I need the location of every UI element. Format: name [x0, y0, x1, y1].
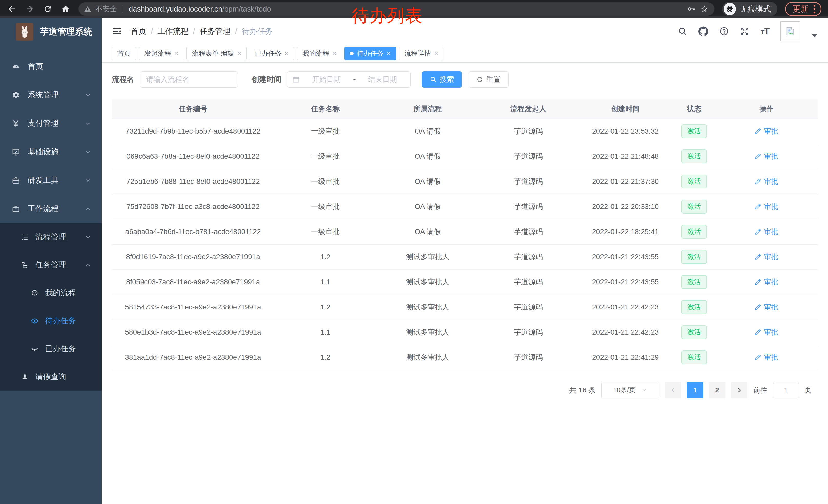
- starter-cell: 芋道源码: [479, 144, 578, 169]
- starter-cell: 芋道源码: [479, 169, 578, 194]
- avatar-caret-icon[interactable]: [812, 34, 818, 37]
- page-1-button[interactable]: 1: [687, 382, 703, 398]
- sidebar-item-my-process[interactable]: 我的流程: [0, 279, 101, 307]
- app-logo-row[interactable]: 芋道管理系统: [0, 18, 101, 46]
- approve-link[interactable]: 审批: [755, 126, 778, 136]
- col-status: 状态: [673, 99, 715, 119]
- approve-link[interactable]: 审批: [755, 302, 778, 312]
- prev-page-button[interactable]: [665, 382, 681, 398]
- search-icon: [430, 76, 437, 83]
- sidebar-item-payment[interactable]: 支付管理: [0, 109, 101, 138]
- close-icon[interactable]: ×: [174, 49, 178, 57]
- close-icon[interactable]: ×: [237, 49, 241, 57]
- chevron-left-icon: [670, 387, 676, 394]
- approve-link[interactable]: 审批: [755, 277, 778, 287]
- tab-start-process[interactable]: 发起流程×: [139, 47, 183, 60]
- password-key-icon[interactable]: [687, 5, 696, 13]
- avatar[interactable]: [780, 21, 800, 41]
- process-name-input[interactable]: [140, 71, 238, 88]
- home-icon[interactable]: [60, 4, 71, 14]
- status-badge: 激活: [681, 175, 707, 188]
- tab-my-process[interactable]: 我的流程×: [297, 47, 341, 60]
- browser-menu-icon[interactable]: [814, 5, 816, 13]
- url-text[interactable]: dashboard.yudao.iocoder.cn/bpm/task/todo: [129, 5, 271, 13]
- reset-button[interactable]: 重置: [469, 71, 509, 88]
- status-cell: 激活: [673, 320, 715, 345]
- update-button[interactable]: 更新: [785, 2, 821, 16]
- approve-link[interactable]: 审批: [755, 151, 778, 161]
- page-size-select[interactable]: 10条/页: [601, 382, 659, 398]
- approve-link[interactable]: 审批: [755, 177, 778, 186]
- search-button[interactable]: 搜索: [422, 71, 462, 88]
- breadcrumb-task-mgmt[interactable]: 任务管理: [200, 26, 231, 37]
- table-row: 580e1b3d-7ac8-11ec-a9e2-a2380e71991a 1.1…: [112, 320, 818, 345]
- sidebar-item-done-tasks[interactable]: 已办任务: [0, 335, 101, 363]
- edit-icon: [755, 254, 761, 260]
- tab-home[interactable]: 首页: [112, 47, 136, 60]
- tab-form-edit[interactable]: 流程表单-编辑×: [187, 47, 247, 60]
- sidebar-item-devtools[interactable]: 研发工具: [0, 166, 101, 194]
- goto-page-input[interactable]: [773, 382, 799, 398]
- table-row: 725a1eb6-7b88-11ec-8ef0-acde48001122 一级审…: [112, 169, 818, 194]
- font-size-icon[interactable]: тT: [760, 27, 769, 36]
- col-task-name: 任务名称: [274, 99, 377, 119]
- security-label[interactable]: 不安全: [95, 4, 117, 14]
- fullscreen-icon[interactable]: [740, 27, 749, 36]
- task-id-cell: 75d72608-7b7f-11ec-a3c8-acde48001122: [112, 194, 274, 219]
- bookmark-star-icon[interactable]: [700, 5, 709, 13]
- approve-link[interactable]: 审批: [755, 327, 778, 337]
- approve-link[interactable]: 审批: [755, 252, 778, 262]
- page-2-button[interactable]: 2: [709, 382, 726, 398]
- edit-icon: [755, 279, 761, 285]
- task-name-cell: 1.1: [274, 269, 377, 294]
- close-icon[interactable]: ×: [285, 49, 289, 57]
- tab-done-tasks[interactable]: 已办任务×: [250, 47, 294, 60]
- search-icon[interactable]: [678, 27, 687, 36]
- refresh-icon: [477, 76, 483, 83]
- back-icon[interactable]: [7, 4, 17, 14]
- tab-process-detail[interactable]: 流程详情×: [399, 47, 444, 60]
- app-title: 芋道管理系统: [40, 26, 92, 38]
- create-time-cell: 2022-01-21 22:42:23: [578, 294, 673, 320]
- collapse-sidebar-icon[interactable]: [112, 26, 122, 36]
- status-cell: 激活: [673, 194, 715, 219]
- table-row: 58154733-7ac8-11ec-a9e2-a2380e71991a 1.2…: [112, 294, 818, 320]
- process-cell: 测试多审批人: [377, 244, 479, 269]
- breadcrumb-home[interactable]: 首页: [131, 26, 146, 37]
- close-icon[interactable]: ×: [434, 49, 438, 57]
- reload-icon[interactable]: [43, 4, 53, 14]
- create-time-cell: 2022-01-22 23:53:32: [578, 119, 673, 144]
- help-icon[interactable]: [719, 27, 729, 36]
- create-time-cell: 2022-01-21 22:43:55: [578, 244, 673, 269]
- approve-link[interactable]: 审批: [755, 227, 778, 237]
- range-separator: -: [353, 75, 356, 84]
- github-icon[interactable]: [699, 27, 708, 36]
- sidebar-item-process-mgmt[interactable]: 流程管理: [0, 223, 101, 251]
- breadcrumb-workflow[interactable]: 工作流程: [158, 26, 188, 37]
- status-cell: 激活: [673, 269, 715, 294]
- sidebar-item-system[interactable]: 系统管理: [0, 81, 101, 109]
- date-range-picker[interactable]: 开始日期 - 结束日期: [287, 71, 411, 88]
- sidebar-item-workflow[interactable]: 工作流程: [0, 194, 101, 223]
- task-name-cell: 一级审批: [274, 219, 377, 244]
- chevron-up-icon: [85, 262, 91, 268]
- next-page-button[interactable]: [731, 382, 747, 398]
- sidebar-item-infra[interactable]: 基础设施: [0, 138, 101, 166]
- approve-link[interactable]: 审批: [755, 353, 778, 362]
- close-icon[interactable]: ×: [386, 49, 390, 57]
- starter-cell: 芋道源码: [479, 119, 578, 144]
- sidebar-item-task-mgmt[interactable]: 任务管理: [0, 251, 101, 279]
- tab-todo-tasks[interactable]: 待办任务×: [344, 47, 396, 60]
- action-cell: 审批: [715, 194, 818, 219]
- close-icon[interactable]: ×: [332, 49, 336, 57]
- broken-image-icon: [785, 26, 795, 36]
- sidebar-item-todo-tasks[interactable]: 待办任务: [0, 307, 101, 335]
- sidebar-item-home[interactable]: 首页: [0, 52, 101, 81]
- starter-cell: 芋道源码: [479, 320, 578, 345]
- status-cell: 激活: [673, 219, 715, 244]
- chevron-down-icon: [641, 387, 648, 393]
- sidebar-item-leave-query[interactable]: 请假查询: [0, 363, 101, 391]
- forward-icon[interactable]: [25, 4, 35, 14]
- monitor-icon: [12, 148, 20, 156]
- approve-link[interactable]: 审批: [755, 202, 778, 212]
